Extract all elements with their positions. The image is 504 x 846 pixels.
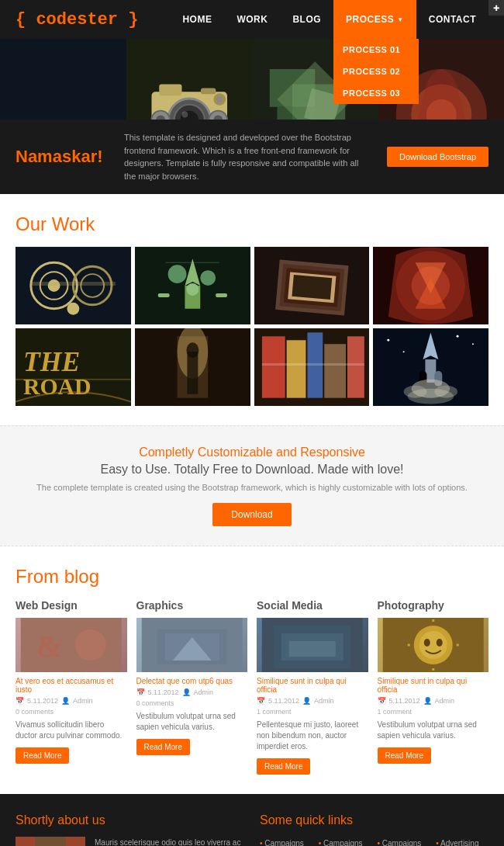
- blog-excerpt-2: Vestibulum volutpat urna sed sapien vehi…: [136, 711, 248, 733]
- hero-bottom: Namaskar! This template is designed and …: [0, 120, 504, 194]
- process-03-item[interactable]: PROCESS 03: [333, 82, 419, 104]
- work-art-3: [254, 247, 370, 324]
- promo-section: Completly Customizable and Responsive Ea…: [0, 425, 504, 546]
- blog-excerpt-4: Vestibulum volutpat urna sed sapien vehi…: [378, 719, 489, 741]
- blog-section: From blog Web Design & At vero eos et ac…: [0, 546, 504, 794]
- work-art-4: [373, 247, 488, 324]
- read-more-btn-3[interactable]: Read More: [257, 758, 310, 775]
- svg-point-83: [472, 343, 474, 345]
- work-item-3[interactable]: [254, 247, 370, 324]
- work-art-6: [135, 328, 250, 406]
- blog-cat-4: Photography: [378, 599, 489, 612]
- nav-blog[interactable]: BLOG: [280, 0, 333, 39]
- work-art-7: [254, 328, 370, 406]
- blog-item-2: Graphics Delectat que com utp6 quas 📅 5.…: [136, 599, 248, 775]
- read-more-btn-1[interactable]: Read More: [16, 747, 69, 764]
- footer-link-campaigns-2[interactable]: Campaigns: [319, 837, 371, 846]
- process-dropdown: PROCESS 01 PROCESS 02 PROCESS 03: [333, 39, 419, 104]
- svg-rect-75: [426, 359, 437, 383]
- svg-point-42: [167, 265, 186, 283]
- footer-about-title: Shortly about us: [16, 813, 244, 827]
- blog-item-1: Web Design & At vero eos et accusamus et…: [16, 599, 127, 775]
- calendar-icon: 📅: [16, 697, 24, 705]
- process-02-item[interactable]: PROCESS 02: [333, 61, 419, 82]
- settings-icon[interactable]: ✚: [488, 0, 504, 16]
- work-art-2: [135, 247, 250, 324]
- work-item-1[interactable]: [16, 247, 131, 324]
- blog-thumb-2[interactable]: [136, 618, 248, 672]
- user-icon-2: 👤: [182, 688, 191, 696]
- calendar-icon-4: 📅: [378, 697, 386, 705]
- svg-rect-11: [159, 85, 181, 96]
- footer-about-text: Mauris scelerisque odio quis leo viverra…: [95, 837, 244, 846]
- work-item-8[interactable]: [373, 328, 488, 406]
- nav-process[interactable]: PROCESS ▼ PROCESS 01 PROCESS 02 PROCESS …: [333, 0, 416, 39]
- read-more-btn-4[interactable]: Read More: [378, 747, 431, 764]
- footer-link-campaigns-1[interactable]: Campaigns: [260, 837, 312, 846]
- svg-point-65: [186, 342, 198, 358]
- svg-rect-64: [187, 352, 198, 394]
- footer-about: Shortly about us Mauris scelerisque odio…: [16, 813, 244, 846]
- blog-post-title-2[interactable]: Delectat que com utp6 quas: [136, 677, 248, 685]
- svg-point-88: [75, 629, 106, 661]
- blog-thumb-3[interactable]: [257, 618, 368, 672]
- nav-work[interactable]: WORK: [224, 0, 280, 39]
- process-01-item[interactable]: PROCESS 01: [333, 39, 419, 61]
- svg-rect-68: [286, 340, 306, 397]
- download-bootstrap-button[interactable]: Download Bootstrap: [387, 147, 488, 167]
- blog-thumb-4[interactable]: [378, 618, 489, 672]
- nav-home[interactable]: HOME: [170, 0, 224, 39]
- download-button[interactable]: Download: [212, 503, 291, 526]
- svg-rect-96: [289, 641, 336, 657]
- footer-links-title: Some quick links: [260, 813, 488, 827]
- blog-meta-2: 📅 5.11.2012 👤 Admin 0 comments: [136, 688, 248, 707]
- nav: HOME WORK BLOG PROCESS ▼ PROCESS 01 PROC…: [170, 0, 488, 39]
- svg-rect-71: [347, 336, 364, 397]
- work-item-2[interactable]: [135, 247, 250, 324]
- footer-links-grid: Campaigns Portraits Fashion Fine Art Cam…: [260, 837, 488, 846]
- calendar-icon-2: 📅: [136, 688, 145, 696]
- hero-description: This template is designed and developed …: [124, 131, 371, 182]
- footer-link-campaigns-3[interactable]: Campaigns: [378, 837, 430, 846]
- blog-post-title-1[interactable]: At vero eos et accusamus et iusto: [16, 677, 127, 694]
- blog-post-title-4[interactable]: Similique sunt in culpa qui officia: [378, 677, 489, 694]
- blog-thumb-1[interactable]: &: [16, 618, 127, 672]
- work-item-7[interactable]: [254, 328, 370, 406]
- svg-rect-45: [216, 293, 227, 297]
- svg-point-46: [186, 283, 198, 296]
- footer-about-content: Mauris scelerisque odio quis leo viverra…: [16, 837, 244, 846]
- nav-contact[interactable]: CONTACT: [416, 0, 488, 39]
- chevron-down-icon: ▼: [397, 16, 403, 23]
- blog-excerpt-3: Pellentesque mi justo, laoreet non biben…: [257, 719, 368, 752]
- work-art-5: THE ROAD: [16, 328, 131, 406]
- svg-point-84: [403, 351, 405, 352]
- promo-title-1: Completly Customizable and Responsive: [16, 446, 488, 459]
- blog-title: From blog: [16, 566, 488, 588]
- blog-post-title-3[interactable]: Similique sunt in culpa qui officia: [257, 677, 368, 694]
- user-icon-3: 👤: [302, 697, 311, 705]
- work-item-5[interactable]: THE ROAD: [16, 328, 131, 406]
- work-item-4[interactable]: [373, 247, 488, 324]
- footer-link-advertising[interactable]: Advertising: [436, 837, 488, 846]
- svg-point-81: [408, 389, 454, 404]
- svg-point-43: [200, 270, 216, 286]
- hero-section: Namaskar! This template is designed and …: [0, 39, 504, 194]
- promo-title-2: Easy to Use. Totally Free to Download. M…: [16, 463, 488, 477]
- svg-point-99: [419, 631, 447, 659]
- blog-cat-3: Social Media: [257, 599, 368, 612]
- work-grid: THE ROAD: [16, 247, 488, 406]
- svg-rect-70: [324, 344, 346, 397]
- hero-title: Namaskar!: [16, 147, 109, 167]
- promo-description: The complete template is created using t…: [16, 483, 488, 492]
- svg-rect-16: [200, 88, 216, 94]
- work-item-6[interactable]: [135, 328, 250, 406]
- work-art-8: [373, 328, 488, 406]
- svg-point-101: [436, 639, 442, 647]
- user-icon-4: 👤: [423, 697, 432, 705]
- user-icon: 👤: [61, 697, 70, 705]
- footer-links-col-4: Advertising Lifestyle Love story Landsca…: [436, 837, 488, 846]
- read-more-btn-2[interactable]: Read More: [136, 739, 190, 755]
- work-art-1: [16, 247, 131, 324]
- svg-rect-72: [261, 363, 364, 366]
- svg-rect-108: [66, 837, 85, 846]
